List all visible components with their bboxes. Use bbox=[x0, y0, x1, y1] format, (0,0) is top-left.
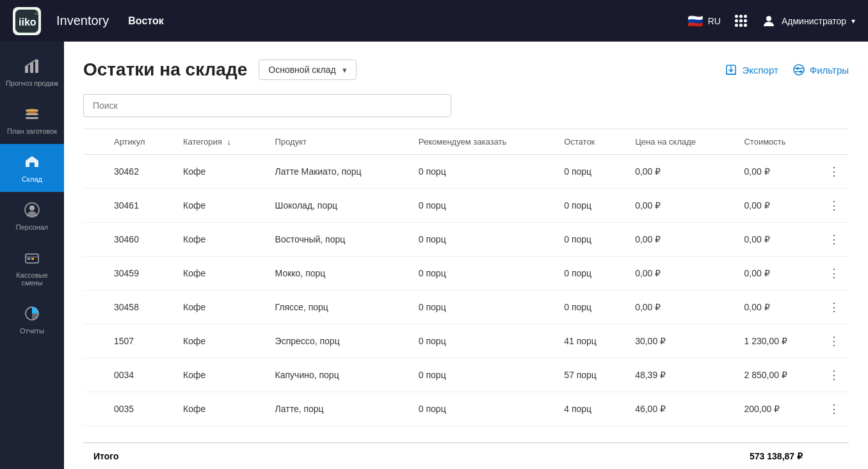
row-menu-button[interactable]: ⋮ bbox=[824, 265, 844, 282]
row-category: Кофе bbox=[173, 257, 265, 290]
cashier-icon bbox=[23, 249, 41, 268]
row-menu-button[interactable]: ⋮ bbox=[824, 163, 844, 180]
svg-point-21 bbox=[794, 65, 804, 75]
row-recommend: 0 порц bbox=[408, 223, 554, 257]
sidebar-label-warehouse: Склад bbox=[22, 175, 42, 183]
row-product: Гляссе, порц bbox=[265, 290, 408, 324]
row-cost: 0,00 ₽ bbox=[734, 257, 819, 290]
row-recommend: 0 порц bbox=[408, 392, 554, 426]
logo: iiko ™ bbox=[13, 7, 41, 35]
sidebar-item-reports[interactable]: Отчеты bbox=[0, 296, 64, 344]
row-menu-button[interactable]: ⋮ bbox=[824, 197, 844, 214]
iiko-logo-icon: iiko ™ bbox=[15, 10, 38, 33]
row-category: Кофе bbox=[173, 223, 265, 257]
main-content: Остатки на складе Основной склад ▾ Экспо… bbox=[64, 42, 868, 469]
table-footer: Итого 573 138,87 ₽ bbox=[83, 442, 849, 469]
sidebar-item-warehouse[interactable]: Склад bbox=[0, 144, 64, 192]
svg-rect-11 bbox=[29, 163, 35, 167]
row-product: Эспрессо, порц bbox=[265, 324, 408, 358]
svg-rect-4 bbox=[25, 66, 28, 73]
row-menu-button[interactable]: ⋮ bbox=[824, 401, 844, 417]
svg-rect-15 bbox=[28, 258, 30, 260]
row-actions[interactable]: ⋮ bbox=[819, 358, 849, 392]
row-actions[interactable]: ⋮ bbox=[819, 392, 849, 426]
filter-button[interactable]: Фильтры bbox=[792, 63, 849, 76]
search-bar bbox=[83, 94, 849, 117]
row-category: Кофе bbox=[173, 324, 265, 358]
pie-icon bbox=[23, 305, 41, 324]
sidebar: Прогноз продаж План заготовок Склад bbox=[0, 42, 64, 469]
sidebar-label-cashier: Кассовые смены bbox=[5, 271, 59, 287]
row-product: Мокко, порц bbox=[265, 257, 408, 290]
row-price: 48,39 ₽ bbox=[625, 358, 734, 392]
col-actions-h bbox=[819, 129, 849, 155]
row-price: 0,00 ₽ bbox=[625, 290, 734, 324]
row-actions[interactable]: ⋮ bbox=[819, 155, 849, 189]
col-stock-h: Остаток bbox=[554, 129, 625, 155]
row-cost: 0,00 ₽ bbox=[734, 290, 819, 324]
filter-icon bbox=[792, 63, 805, 76]
col-article bbox=[83, 129, 104, 155]
row-actions[interactable]: ⋮ bbox=[819, 189, 849, 223]
row-product: Капучино, порц bbox=[265, 358, 408, 392]
sidebar-item-staff[interactable]: Персонал bbox=[0, 192, 64, 240]
row-price: 46,00 ₽ bbox=[625, 392, 734, 426]
warehouse-dropdown-label: Основной склад bbox=[268, 65, 335, 75]
table-container: Артикул Категория ↓ Продукт Рекомендуем … bbox=[83, 129, 849, 442]
table-row: 0034 Кофе Капучино, порц 0 порц 57 порц … bbox=[83, 358, 849, 392]
col-category-h[interactable]: Категория ↓ bbox=[173, 129, 265, 155]
row-article: 30462 bbox=[104, 155, 173, 189]
page-title: Остатки на складе bbox=[83, 60, 247, 80]
table-row: 30458 Кофе Гляссе, порц 0 порц 0 порц 0,… bbox=[83, 290, 849, 324]
chart-icon bbox=[23, 57, 41, 76]
user-chevron-icon: ▾ bbox=[851, 17, 855, 26]
row-stock: 0 порц bbox=[554, 257, 625, 290]
row-menu-button[interactable]: ⋮ bbox=[824, 367, 844, 383]
svg-rect-6 bbox=[35, 60, 38, 73]
row-article: 30458 bbox=[104, 290, 173, 324]
page-header: Остатки на складе Основной склад ▾ Экспо… bbox=[83, 60, 849, 80]
sidebar-item-prep[interactable]: План заготовок bbox=[0, 96, 64, 144]
svg-rect-9 bbox=[26, 117, 38, 119]
row-menu-button[interactable]: ⋮ bbox=[824, 299, 844, 315]
svg-rect-5 bbox=[30, 63, 33, 73]
row-article: 30459 bbox=[104, 257, 173, 290]
row-recommend: 0 порц bbox=[408, 290, 554, 324]
row-recommend: 0 порц bbox=[408, 257, 554, 290]
svg-text:iiko: iiko bbox=[19, 17, 36, 28]
export-button[interactable]: Экспорт bbox=[725, 63, 778, 76]
row-cost: 2 850,00 ₽ bbox=[734, 358, 819, 392]
row-cost: 0,00 ₽ bbox=[734, 189, 819, 223]
language-selector[interactable]: 🇷🇺 RU bbox=[687, 13, 721, 29]
warehouse-dropdown[interactable]: Основной склад ▾ bbox=[259, 60, 356, 80]
sidebar-item-cashier[interactable]: Кассовые смены bbox=[0, 240, 64, 296]
row-index bbox=[83, 290, 104, 324]
total-value: 573 138,87 ₽ bbox=[750, 451, 803, 461]
row-article: 0034 bbox=[104, 358, 173, 392]
row-actions[interactable]: ⋮ bbox=[819, 223, 849, 257]
row-product: Латте Макиато, порц bbox=[265, 155, 408, 189]
user-avatar-icon bbox=[761, 13, 776, 29]
burger-icon bbox=[23, 105, 41, 124]
row-price: 0,00 ₽ bbox=[625, 189, 734, 223]
row-recommend: 0 порц bbox=[408, 189, 554, 223]
col-price-h: Цена на складе bbox=[625, 129, 734, 155]
apps-grid-button[interactable] bbox=[732, 12, 750, 29]
dropdown-chevron-icon: ▾ bbox=[342, 65, 347, 75]
row-cost: 200,00 ₽ bbox=[734, 392, 819, 426]
sort-down-icon: ↓ bbox=[227, 137, 231, 147]
row-menu-button[interactable]: ⋮ bbox=[824, 231, 844, 248]
col-product-h: Продукт bbox=[265, 129, 408, 155]
row-article: 30460 bbox=[104, 223, 173, 257]
sidebar-item-forecast[interactable]: Прогноз продаж bbox=[0, 48, 64, 96]
search-input[interactable] bbox=[83, 94, 451, 117]
row-actions[interactable]: ⋮ bbox=[819, 324, 849, 358]
svg-rect-17 bbox=[26, 256, 38, 258]
row-actions[interactable]: ⋮ bbox=[819, 257, 849, 290]
row-category: Кофе bbox=[173, 358, 265, 392]
table-row: 30462 Кофе Латте Макиато, порц 0 порц 0 … bbox=[83, 155, 849, 189]
user-menu[interactable]: Администратор ▾ bbox=[761, 13, 855, 29]
row-actions[interactable]: ⋮ bbox=[819, 290, 849, 324]
col-article-h: Артикул bbox=[104, 129, 173, 155]
row-menu-button[interactable]: ⋮ bbox=[824, 333, 844, 349]
